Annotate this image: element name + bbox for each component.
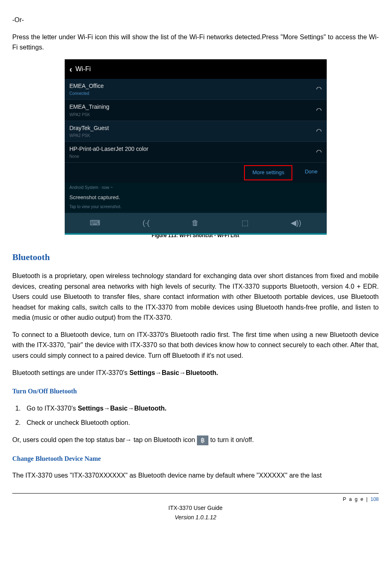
wifi-signal-icon: ◠ xyxy=(316,126,322,137)
page-number: 108 xyxy=(371,496,379,502)
wifi-network-item[interactable]: EMEA_TrainingWPA2 PSK◠ xyxy=(65,100,327,121)
wifi-network-status: None xyxy=(70,153,149,160)
keyboard-icon[interactable]: ⌨ xyxy=(90,217,100,229)
teal-strip xyxy=(65,233,327,235)
page-label: P a g e | xyxy=(343,496,371,502)
wifi-network-status: WPA2 PSK xyxy=(70,112,110,118)
or-status-bar-text: Or, users could open the top status bar→… xyxy=(12,435,379,445)
notification-header: Android System · now ~ xyxy=(65,183,327,193)
footer-title: ITX-3370 User Guide xyxy=(12,503,379,512)
page-footer: P a g e | 108 ITX-3370 User Guide Versio… xyxy=(12,493,379,522)
wifi-network-name: EMEA_Training xyxy=(70,102,110,111)
settings-path-2: Settings→Basic→Bluetooth. xyxy=(78,405,167,412)
turn-on-off-steps: Go to ITX-3370's Settings→Basic→Bluetoot… xyxy=(12,403,379,428)
back-chevron-icon[interactable]: ‹ xyxy=(70,63,72,76)
wifi-screenshot: ‹ Wi-Fi EMEA_OfficeConnected◠EMEA_Traini… xyxy=(65,59,327,190)
notification-title: Screenshot captured. xyxy=(65,193,327,203)
crop-icon[interactable]: ⬚ xyxy=(242,217,249,229)
footer-version: Version 1.0.1.12 xyxy=(12,513,379,522)
page-number-container: P a g e | 108 xyxy=(12,496,379,503)
bluetooth-para1: Bluetooth is a proprietary, open wireles… xyxy=(12,271,379,323)
change-name-heading: Change Bluetooth Device Name xyxy=(12,453,379,464)
step1-pre: Go to ITX-3370's xyxy=(27,405,78,412)
more-settings-button[interactable]: More settings xyxy=(244,165,292,180)
delete-icon[interactable]: 🗑 xyxy=(192,217,199,229)
wifi-signal-icon: ◠ xyxy=(316,84,322,94)
wifi-signal-icon: ◠ xyxy=(316,105,322,116)
back-icon[interactable]: (·( xyxy=(142,217,149,229)
screenshot-header: ‹ Wi-Fi xyxy=(65,59,327,79)
wifi-network-status: WPA2 PSK xyxy=(70,132,109,139)
bluetooth-icon: ฿ xyxy=(197,435,208,445)
bluetooth-para2: To connect to a Bluetooth device, turn o… xyxy=(12,330,379,361)
or-text-post: to turn it on/off. xyxy=(210,436,253,443)
bottom-actions: More settings Done xyxy=(65,163,327,183)
wifi-network-name: EMEA_Office xyxy=(70,81,104,90)
bluetooth-para3: Bluetooth settings are under ITX-3370's … xyxy=(12,368,379,378)
intro-press-text: Press the letter under Wi-Fi icon this w… xyxy=(12,32,379,53)
notification-subtitle: Tap to view your screenshot. xyxy=(65,203,327,213)
wifi-network-item[interactable]: DrayTek_GuestWPA2 PSK◠ xyxy=(65,121,327,142)
figure-container: ‹ Wi-Fi EMEA_OfficeConnected◠EMEA_Traini… xyxy=(12,59,379,240)
wifi-network-status: Connected xyxy=(70,90,104,97)
bluetooth-para3-pre: Bluetooth settings are under ITX-3370's xyxy=(12,369,129,376)
step-1: Go to ITX-3370's Settings→Basic→Bluetoot… xyxy=(23,403,379,414)
or-text-pre: Or, users could open the top status bar→… xyxy=(12,436,197,443)
wifi-title: Wi-Fi xyxy=(75,64,90,74)
change-name-para: The ITX-3370 uses "ITX-3370XXXXXX" as Bl… xyxy=(12,470,379,481)
wifi-network-name: DrayTek_Guest xyxy=(70,123,109,132)
settings-path-1: Settings→Basic→Bluetooth. xyxy=(129,369,218,376)
wifi-network-name: HP-Print-a0-LaserJet 200 color xyxy=(70,144,149,153)
step-2: Check or uncheck Bluetooth option. xyxy=(23,417,379,428)
wifi-network-item[interactable]: EMEA_OfficeConnected◠ xyxy=(65,79,327,100)
volume-icon[interactable]: ◀)) xyxy=(291,217,301,229)
wifi-network-item[interactable]: HP-Print-a0-LaserJet 200 colorNone◠ xyxy=(65,142,327,163)
turn-on-off-heading: Turn On/Off Bluetooth xyxy=(12,386,379,397)
or-text: -Or- xyxy=(12,15,379,25)
bottom-nav: ⌨ (·( 🗑 ⬚ ◀)) xyxy=(65,213,327,233)
bluetooth-heading: Bluetooth xyxy=(12,250,379,264)
done-button[interactable]: Done xyxy=(301,165,321,180)
wifi-signal-icon: ◠ xyxy=(316,147,322,157)
